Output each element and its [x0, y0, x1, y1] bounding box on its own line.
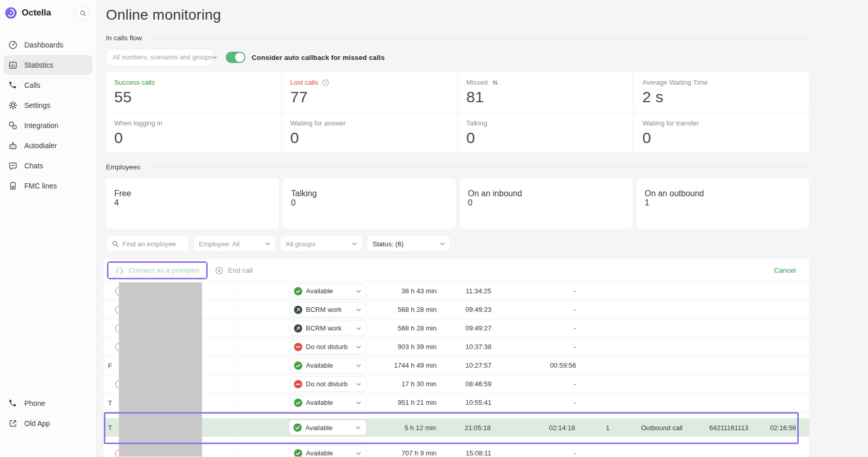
employee-row[interactable]: BCRM work568 h 28 min09:49:23- [104, 301, 809, 319]
sidebar-item-label: Old App [24, 419, 50, 428]
chevron-down-icon [265, 242, 270, 245]
end-call-button[interactable]: End call [215, 266, 253, 275]
status-cell: BCRM work [238, 321, 367, 336]
status-select[interactable]: BCRM work [289, 321, 367, 336]
employee-row[interactable]: FAvailable1744 h 49 min10:27:5700:59:56 [104, 356, 809, 375]
fmc-lines-icon [8, 181, 18, 191]
stat-card-avg-waiting-time: Average Waiting Time 2 s [634, 72, 809, 112]
status-select[interactable]: Available [289, 446, 367, 457]
sidebar-item-phone[interactable]: Phone [4, 393, 92, 413]
stat-card-lost-calls: Lost calls ? 77 [282, 72, 457, 112]
sidebar-item-fmc-lines[interactable]: FMC lines [4, 176, 92, 196]
connect-as-prompter-button[interactable]: Connect as a prompter [109, 263, 206, 278]
scope-filter-select[interactable]: All numbers, scenarios and groups [106, 49, 213, 66]
cancel-button[interactable]: Cancel [774, 266, 796, 274]
status-label: Available [306, 449, 356, 456]
stat-label: Waiting for transfer [642, 119, 801, 127]
stat-label: Waiting for answer [290, 119, 449, 127]
status-select[interactable]: BCRM work [289, 302, 367, 318]
employee-row[interactable]: Available707 h 9 min15:08:11- [104, 444, 809, 456]
login-time: 09:49:23 [437, 306, 520, 313]
page-title: Online monitoring [106, 7, 809, 23]
sidebar-search-button[interactable] [75, 6, 90, 20]
sidebar-item-integration[interactable]: Integration [4, 115, 92, 135]
selected-row-zone: TAvailable5 h 12 min21:05:1802:14:181Out… [104, 412, 809, 444]
chevron-down-icon [440, 242, 445, 245]
status-label: BCRM work [306, 324, 356, 332]
gauge-icon [8, 40, 18, 50]
status-cell: Available [238, 358, 367, 373]
svg-text:?: ? [324, 80, 327, 85]
status-cell: BCRM work [238, 302, 367, 318]
status-label: Do not disturb [306, 343, 356, 351]
status-available-icon [294, 287, 302, 295]
current-call-time: - [520, 343, 580, 351]
sidebar-item-calls[interactable]: Calls [4, 75, 92, 95]
login-time: 10:37:38 [437, 343, 520, 351]
sidebar-item-dashboards[interactable]: Dashboards [4, 35, 92, 55]
status-select[interactable]: Available [289, 395, 367, 411]
employees-stats-grid: Free 4 Talking 0 On an inbound 0 On an o… [106, 178, 809, 229]
status-duration: 17 h 30 min [367, 380, 437, 388]
stat-value: 77 [290, 88, 449, 106]
stat-card-success-calls: Success calls 55 [106, 72, 281, 112]
login-time: 21:05:18 [436, 424, 520, 432]
stat-value: 0 [291, 198, 447, 208]
employee-row[interactable]: Do not disturb17 h 30 min08:46:59- [104, 375, 809, 393]
employee-row[interactable]: Available38 h 43 min11:34:25- [104, 282, 809, 301]
sidebar-item-label: Calls [24, 81, 40, 89]
status-cell: Available [237, 420, 366, 435]
help-icon[interactable]: ? [322, 79, 329, 86]
status-cell: Do not disturb [238, 376, 367, 392]
stat-value: 0 [642, 129, 801, 147]
employee-row[interactable]: TAvailable951 h 21 min10:55:41- [104, 393, 809, 412]
status-dnd-icon [294, 343, 302, 351]
stat-card-emp-talking: Talking 0 [283, 178, 455, 229]
chevron-down-icon [352, 242, 357, 245]
stat-label: Average Waiting Time [642, 78, 801, 86]
sidebar-item-old-app[interactable]: Old App [4, 413, 92, 433]
stat-card-talking: Talking 0 [458, 113, 633, 152]
employee-row[interactable]: Do not disturb903 h 39 min10:37:38- [104, 338, 809, 356]
table-action-bar: Connect as a prompter End call Cancel [104, 259, 809, 282]
sidebar-item-label: Dashboards [24, 41, 64, 49]
chevron-down-icon [356, 327, 361, 330]
status-select[interactable]: Available [289, 358, 367, 373]
auto-callback-toggle[interactable] [226, 52, 245, 63]
employee-filter-select[interactable]: Employee: All [193, 235, 276, 252]
circle-x-icon [215, 266, 223, 275]
status-select[interactable]: Do not disturb [289, 376, 367, 392]
stat-card-on-inbound: On an inbound 0 [460, 178, 632, 229]
login-time: 15:08:11 [437, 449, 520, 456]
login-time: 08:46:59 [437, 380, 520, 388]
status-select[interactable]: Available [289, 420, 366, 435]
swap-arrows-icon[interactable] [491, 79, 499, 86]
main-content: Online monitoring In calls flow All numb… [97, 0, 868, 457]
stat-value: 81 [467, 88, 625, 106]
section-label: Employees [106, 163, 141, 171]
status-label: Available [306, 399, 356, 406]
current-call-time: - [520, 287, 580, 295]
status-available-icon [293, 423, 302, 432]
stat-value: 4 [114, 198, 270, 208]
phone-icon [8, 399, 18, 408]
groups-filter-select[interactable]: All groups [280, 235, 363, 252]
employee-search-input[interactable]: Find an employee [106, 235, 189, 252]
status-duration: 568 h 28 min [367, 324, 437, 332]
sidebar-item-statistics[interactable]: Statistics [4, 55, 92, 75]
sidebar-item-settings[interactable]: Settings [4, 95, 92, 115]
sidebar-item-chats[interactable]: Chats [4, 155, 92, 176]
current-call-time: 02:14:18 [519, 424, 579, 432]
section-label: In calls flow [106, 34, 142, 42]
employee-row-selected[interactable]: TAvailable5 h 12 min21:05:1802:14:181Out… [104, 418, 809, 437]
headset-icon [115, 266, 124, 275]
status-filter-select[interactable]: Status: (6) [367, 235, 451, 252]
employee-row[interactable]: BCRM work568 h 28 min09:49:27- [104, 319, 809, 338]
sidebar-item-autodialer[interactable]: Autodialer [4, 135, 92, 155]
phone-number: 64211161113 [688, 424, 770, 432]
status-label: Available [305, 424, 355, 432]
status-select[interactable]: Do not disturb [289, 339, 367, 355]
integration-icon [8, 121, 18, 130]
status-select[interactable]: Available [289, 283, 367, 299]
status-cell: Available [238, 283, 367, 299]
